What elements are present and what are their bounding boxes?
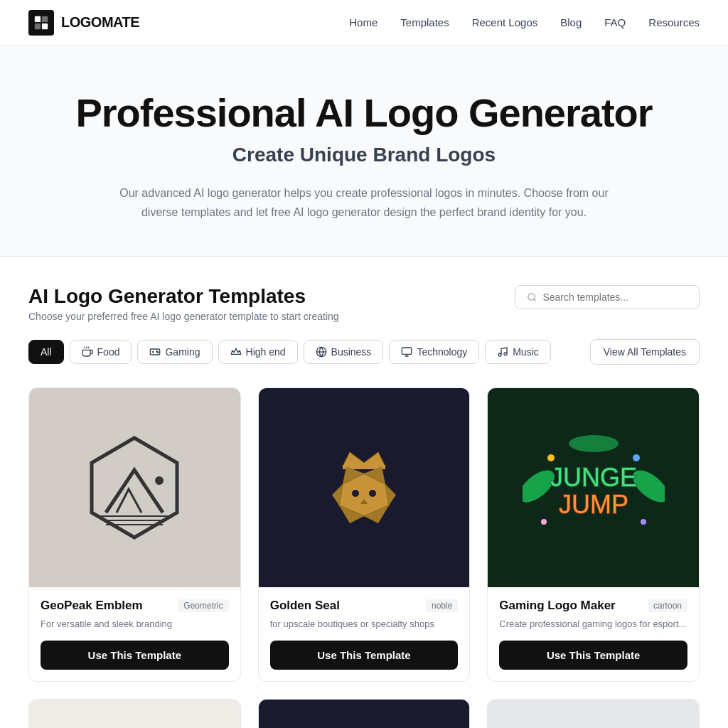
golden-seal-svg [307, 431, 421, 545]
svg-point-18 [504, 353, 507, 355]
svg-marker-19 [92, 438, 177, 537]
logo-icon [28, 10, 54, 36]
card-image-golden-seal [259, 388, 470, 587]
card-title-row-geopeak: GeoPeak Emblem Geometric [41, 599, 229, 613]
use-template-golden-seal[interactable]: Use This Template [270, 641, 459, 670]
card-body-gaming: Gaming Logo Maker cartoon Create profess… [488, 587, 699, 641]
svg-text:JUNGE: JUNGE [550, 463, 637, 492]
svg-point-33 [352, 490, 359, 497]
card-tag-golden-seal: noble [426, 599, 458, 612]
hero-title: Professional AI Logo Generator [28, 91, 700, 135]
hero-section: Professional AI Logo Generator Create Un… [0, 46, 728, 257]
svg-point-34 [369, 490, 376, 497]
filter-gaming[interactable]: Gaming [137, 340, 212, 364]
card-image-bottom3: LOGO [488, 700, 699, 728]
music-icon [497, 346, 508, 358]
card-desc-gaming: Create professional gaming logos for esp… [499, 617, 687, 631]
card-tag-geopeak: Geometric [178, 599, 228, 612]
card-body-geopeak: GeoPeak Emblem Geometric For versatile a… [29, 587, 240, 641]
nav-home[interactable]: Home [349, 16, 378, 28]
templates-section: AI Logo Generator Templates Choose your … [0, 257, 728, 728]
template-card-gaming: JUNGE JUMP Gaming Logo Maker cartoon Cre… [487, 387, 700, 682]
svg-rect-1 [42, 16, 48, 21]
templates-grid: GeoPeak Emblem Geometric For versatile a… [28, 387, 700, 728]
card-title-gaming: Gaming Logo Maker [499, 599, 615, 613]
card-image-gaming: JUNGE JUMP [488, 388, 699, 587]
svg-rect-3 [42, 23, 48, 28]
search-icon [527, 291, 537, 303]
svg-rect-0 [35, 16, 41, 21]
card-desc-golden-seal: for upscale boutiques or specialty shops [270, 617, 459, 631]
use-template-gaming[interactable]: Use This Template [499, 641, 687, 670]
hero-description: Our advanced AI logo generator helps you… [115, 183, 613, 222]
svg-point-38 [569, 435, 619, 452]
templates-heading: AI Logo Generator Templates [28, 285, 339, 308]
use-template-geopeak[interactable]: Use This Template [41, 641, 229, 670]
nav-recent-logos[interactable]: Recent Logos [472, 16, 538, 28]
svg-point-11 [158, 352, 159, 353]
filter-high-end[interactable]: High end [218, 340, 298, 364]
nav-resources[interactable]: Resources [648, 16, 700, 28]
svg-text:JUMP: JUMP [559, 490, 628, 519]
card-title-row-golden-seal: Golden Seal noble [270, 599, 459, 613]
template-card-bottom2 [258, 699, 471, 728]
card-image-geopeak [29, 388, 240, 587]
filter-music[interactable]: Music [485, 340, 551, 364]
card-image-bottom2 [259, 700, 470, 728]
card-footer-gaming: Use This Template [488, 641, 699, 681]
logo-svg [33, 15, 49, 31]
nav-templates[interactable]: Templates [400, 16, 449, 28]
card-footer-golden-seal: Use This Template [259, 641, 470, 681]
search-box[interactable] [515, 285, 700, 309]
templates-title: AI Logo Generator Templates Choose your … [28, 285, 339, 322]
card-desc-geopeak: For versatile and sleek branding [41, 617, 229, 631]
svg-point-4 [528, 294, 535, 301]
svg-point-41 [547, 454, 555, 461]
svg-line-5 [534, 299, 536, 301]
monitor-icon [401, 346, 412, 358]
nav-blog[interactable]: Blog [560, 16, 582, 28]
view-all-templates-button[interactable]: View All Templates [590, 339, 700, 365]
crown-icon [230, 346, 242, 358]
card-footer-geopeak: Use This Template [29, 641, 240, 681]
brand-name: LOGOMATE [61, 14, 139, 31]
svg-rect-2 [35, 23, 41, 28]
svg-rect-14 [402, 348, 412, 354]
card-title-golden-seal: Golden Seal [270, 599, 340, 613]
svg-marker-24 [343, 452, 385, 466]
svg-point-44 [641, 519, 646, 525]
svg-point-43 [541, 519, 547, 525]
svg-point-17 [498, 353, 501, 356]
filter-business[interactable]: Business [304, 340, 384, 364]
card-title-geopeak: GeoPeak Emblem [41, 599, 143, 613]
template-card-bottom3: LOGO [487, 699, 700, 728]
nav-faq[interactable]: FAQ [604, 16, 626, 28]
globe-icon [316, 346, 327, 358]
template-card-bottom1 [28, 699, 241, 728]
gaming-svg: JUNGE JUMP [523, 429, 665, 543]
hero-subtitle: Create Unique Brand Logos [28, 144, 700, 166]
card-title-row-gaming: Gaming Logo Maker cartoon [499, 599, 687, 613]
card-body-golden-seal: Golden Seal noble for upscale boutiques … [259, 587, 470, 641]
svg-point-42 [633, 454, 640, 461]
nav-links: Home Templates Recent Logos Blog FAQ Res… [349, 16, 700, 29]
card-tag-gaming: cartoon [648, 599, 687, 612]
search-input[interactable] [542, 291, 687, 303]
template-card-golden-seal: Golden Seal noble for upscale boutiques … [258, 387, 471, 682]
logo[interactable]: LOGOMATE [28, 10, 139, 36]
card-image-bottom1 [29, 700, 240, 728]
gaming-icon [149, 346, 161, 358]
svg-point-23 [155, 476, 164, 485]
gaming-visual: JUNGE JUMP [523, 429, 665, 546]
templates-subtitle: Choose your preferred free AI logo gener… [28, 311, 339, 322]
geopeak-svg [77, 431, 191, 545]
navbar: LOGOMATE Home Templates Recent Logos Blo… [0, 0, 728, 46]
filter-technology[interactable]: Technology [389, 340, 479, 364]
template-card-geopeak: GeoPeak Emblem Geometric For versatile a… [28, 387, 241, 682]
food-icon [82, 346, 93, 358]
filter-tabs: All Food Gaming High end Business [28, 339, 700, 365]
filter-all[interactable]: All [28, 340, 64, 364]
templates-header: AI Logo Generator Templates Choose your … [28, 285, 700, 322]
filter-food[interactable]: Food [70, 340, 132, 364]
